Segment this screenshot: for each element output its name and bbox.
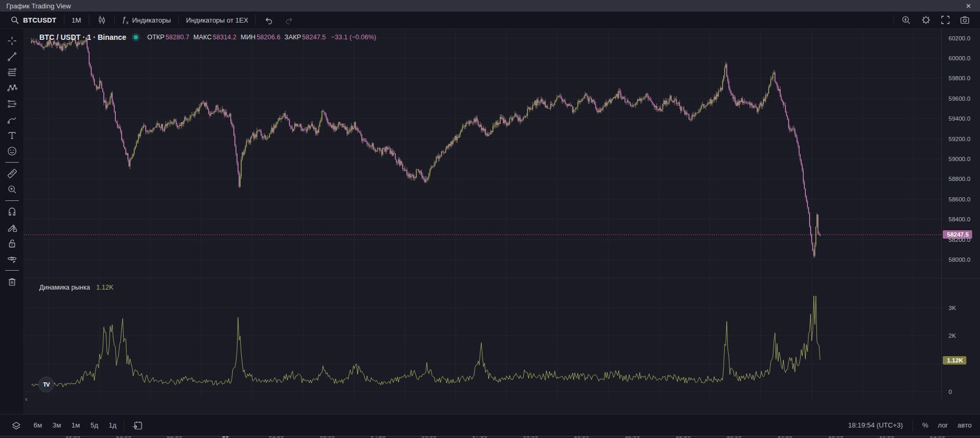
tool-crosshair[interactable] bbox=[3, 33, 21, 49]
price-axis-label: 59200.0 bbox=[949, 136, 971, 142]
object-tree-button[interactable] bbox=[9, 414, 24, 437]
settings-button[interactable] bbox=[916, 13, 936, 27]
high-label: МАКС bbox=[193, 34, 212, 41]
tool-ruler[interactable] bbox=[3, 166, 21, 181]
interval-label: 1M bbox=[72, 16, 81, 24]
tool-forecast[interactable] bbox=[3, 96, 21, 112]
collapse-toolbar-icon[interactable]: ‹ bbox=[25, 395, 27, 403]
bottombar-right-group: 18:19:54 (UTC+3) % лог авто bbox=[848, 420, 972, 431]
chart-legend: BTC / USDT · 1 · Binance ОТКР58280.7 МАК… bbox=[39, 33, 376, 41]
window-title: График Trading View bbox=[6, 2, 71, 10]
price-axis-label: 58800.0 bbox=[949, 176, 971, 182]
undo-button[interactable] bbox=[258, 13, 279, 27]
drawing-toolbar bbox=[0, 29, 24, 414]
legend-open: ОТКР58280.7 bbox=[147, 34, 189, 41]
volume-axis-label: 3K bbox=[949, 305, 956, 311]
range-1d-button[interactable]: 1д bbox=[109, 421, 116, 429]
price-axis-label: 59600.0 bbox=[949, 95, 971, 102]
volume-pane-title[interactable]: Динамика рынка bbox=[39, 284, 90, 291]
sidebar-separator bbox=[5, 162, 19, 163]
tool-lock-all[interactable] bbox=[3, 236, 21, 251]
toolbar-separator bbox=[178, 15, 179, 25]
bottombar-separator bbox=[912, 420, 913, 431]
tool-emoji[interactable] bbox=[3, 143, 21, 159]
layers-icon bbox=[11, 421, 21, 431]
date-range-buttons: 6м 3м 1м 5д 1д bbox=[34, 421, 116, 429]
snapshot-button[interactable] bbox=[955, 13, 975, 27]
symbol-title[interactable]: BTC / USDT · 1 · Binance bbox=[39, 33, 126, 41]
gear-icon bbox=[921, 15, 931, 25]
legend-close: ЗАКР58247.5 bbox=[285, 34, 326, 41]
pencil-lock-icon bbox=[6, 222, 18, 233]
price-axis-label: 59400.0 bbox=[949, 115, 971, 122]
indicators-1ex-button[interactable]: Индикаторы от 1EX bbox=[181, 13, 254, 27]
volume-axis-label: 2K bbox=[949, 333, 956, 339]
tool-drawing-mode-lock[interactable] bbox=[3, 220, 21, 236]
range-6m-button[interactable]: 6м bbox=[34, 421, 42, 429]
sidebar-separator bbox=[5, 200, 19, 201]
tool-remove-all[interactable] bbox=[3, 274, 21, 290]
quick-search-button[interactable] bbox=[896, 13, 916, 27]
volume-pane-legend: Динамика рынка 1.12K bbox=[39, 284, 113, 291]
interval-button[interactable]: 1M bbox=[67, 13, 87, 27]
sidebar-separator bbox=[5, 270, 19, 271]
open-label: ОТКР bbox=[147, 34, 165, 41]
legend-low: МИН58206.6 bbox=[241, 34, 281, 41]
open-value: 58280.7 bbox=[166, 34, 189, 41]
range-5d-button[interactable]: 5д bbox=[91, 421, 99, 429]
price-axis-label: 60200.0 bbox=[949, 35, 971, 41]
auto-scale-button[interactable]: авто bbox=[957, 421, 972, 429]
indicators-button[interactable]: ƒx Индикаторы bbox=[117, 13, 176, 27]
tradingview-logo[interactable]: TV bbox=[38, 377, 54, 392]
low-value: 58206.6 bbox=[256, 34, 280, 41]
go-to-date-icon[interactable] bbox=[132, 420, 143, 431]
pane-separator[interactable] bbox=[942, 278, 980, 279]
fullscreen-icon bbox=[941, 15, 950, 25]
zoom-in-icon bbox=[6, 184, 18, 195]
toolbar-separator bbox=[255, 15, 256, 25]
price-axis-label: 58000.0 bbox=[949, 257, 971, 263]
crosshair-icon bbox=[6, 35, 18, 47]
clock[interactable]: 18:19:54 (UTC+3) bbox=[848, 421, 902, 429]
price-axis-label: 58200.0 bbox=[949, 237, 971, 243]
chart-area[interactable]: BTC / USDT · 1 · Binance ОТКР58280.7 МАК… bbox=[24, 29, 980, 400]
candlestick-series bbox=[31, 36, 821, 258]
fullscreen-button[interactable] bbox=[936, 13, 955, 27]
tool-hide-all[interactable] bbox=[3, 251, 21, 267]
tool-trend-line[interactable] bbox=[3, 49, 21, 65]
indicators-1ex-label: Индикаторы от 1EX bbox=[186, 16, 249, 24]
price-scale[interactable]: 58247.5 1.12K 60200.060000.059800.059600… bbox=[941, 29, 980, 400]
emoji-icon bbox=[6, 145, 18, 157]
market-status-icon[interactable] bbox=[132, 33, 140, 41]
tool-fib-retracement[interactable] bbox=[3, 65, 21, 80]
camera-icon bbox=[960, 15, 970, 25]
close-label: ЗАКР bbox=[285, 34, 301, 41]
redo-icon bbox=[284, 15, 295, 25]
tool-zoom-in[interactable] bbox=[3, 181, 21, 197]
candlestick-icon bbox=[96, 15, 107, 25]
range-3m-button[interactable]: 3м bbox=[52, 421, 61, 429]
symbol-search-button[interactable]: BTCUSDT bbox=[5, 13, 62, 27]
range-1m-button[interactable]: 1м bbox=[71, 421, 80, 429]
tool-xabcd-pattern[interactable] bbox=[3, 80, 21, 96]
window-titlebar: График Trading View ✕ bbox=[0, 0, 980, 12]
fx-icon: ƒx bbox=[122, 15, 128, 25]
lock-icon bbox=[6, 238, 18, 249]
percent-scale-button[interactable]: % bbox=[922, 421, 929, 429]
undo-icon bbox=[263, 15, 274, 25]
toolbar-separator bbox=[114, 15, 115, 25]
flash-search-icon bbox=[901, 15, 911, 25]
indicators-label: Индикаторы bbox=[132, 16, 171, 24]
tool-magnet[interactable] bbox=[3, 204, 21, 220]
tool-text[interactable] bbox=[3, 127, 21, 143]
symbol-name: BTCUSDT bbox=[23, 16, 57, 24]
tool-brush[interactable] bbox=[3, 112, 21, 127]
redo-button[interactable] bbox=[279, 13, 300, 27]
chart-style-button[interactable] bbox=[91, 13, 112, 27]
forecast-icon bbox=[6, 98, 18, 110]
window-close-icon[interactable]: ✕ bbox=[963, 2, 974, 10]
price-axis-label: 59000.0 bbox=[949, 156, 971, 162]
log-scale-button[interactable]: лог bbox=[938, 421, 948, 429]
volume-line-series bbox=[31, 296, 820, 387]
chart-canvas[interactable] bbox=[24, 29, 980, 400]
